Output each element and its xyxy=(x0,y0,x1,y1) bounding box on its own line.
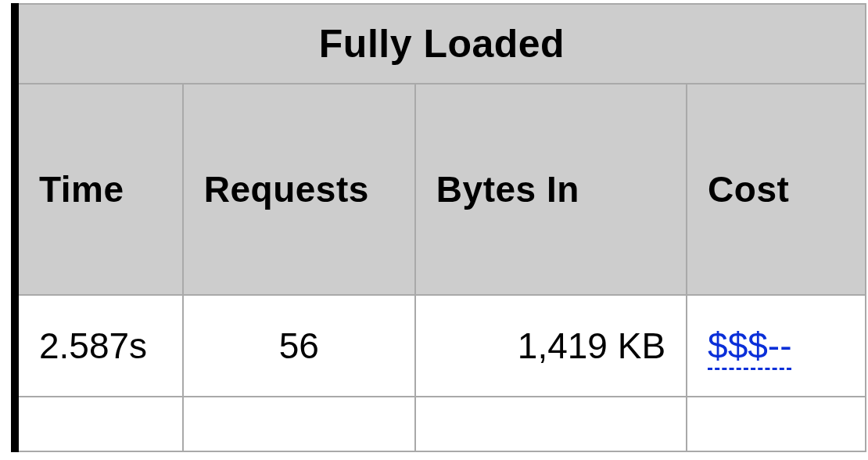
table-row: 2.587s 56 1,419 KB $$$-- xyxy=(15,295,866,397)
fully-loaded-table: Fully Loaded Time Requests Bytes In Cost… xyxy=(11,3,866,452)
cell-bytes: 1,419 KB xyxy=(415,295,687,397)
cell-empty xyxy=(15,397,183,451)
col-header-cost: Cost xyxy=(687,84,866,295)
col-header-requests: Requests xyxy=(183,84,415,295)
cell-empty xyxy=(183,397,415,451)
cell-time: 2.587s xyxy=(15,295,183,397)
table-title: Fully Loaded xyxy=(15,4,866,84)
table-row xyxy=(15,397,866,451)
cell-empty xyxy=(415,397,687,451)
cell-empty xyxy=(687,397,866,451)
col-header-bytes: Bytes In xyxy=(415,84,687,295)
cell-cost: $$$-- xyxy=(687,295,866,397)
col-header-time: Time xyxy=(15,84,183,295)
fully-loaded-table-wrap: Fully Loaded Time Requests Bytes In Cost… xyxy=(0,0,868,460)
cost-link[interactable]: $$$-- xyxy=(708,325,791,370)
cell-requests: 56 xyxy=(183,295,415,397)
